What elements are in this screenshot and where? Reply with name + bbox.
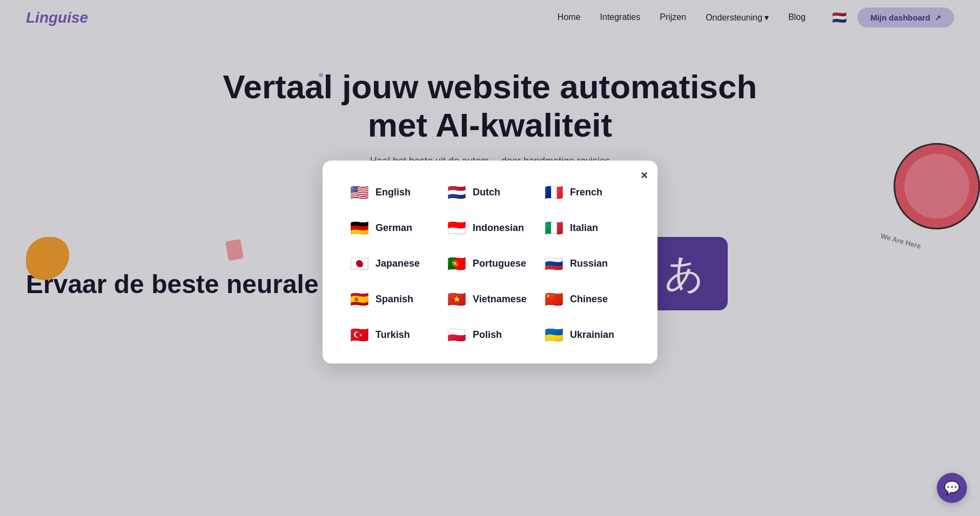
lang-item-indonesian[interactable]: 🇮🇩 Indonesian [444, 216, 536, 240]
flag-polish: 🇵🇱 [447, 325, 466, 344]
lang-item-japanese[interactable]: 🇯🇵 Japanese [346, 252, 439, 275]
lang-item-german[interactable]: 🇩🇪 German [346, 216, 439, 240]
lang-item-polish[interactable]: 🇵🇱 Polish [444, 323, 536, 347]
language-grid: 🇺🇸 English 🇳🇱 Dutch 🇫🇷 French 🇩🇪 German … [346, 180, 634, 347]
lang-item-french[interactable]: 🇫🇷 French [541, 180, 634, 204]
lang-item-russian[interactable]: 🇷🇺 Russian [541, 252, 634, 275]
language-modal: × 🇺🇸 English 🇳🇱 Dutch 🇫🇷 French 🇩🇪 Germa… [323, 161, 657, 363]
flag-italian: 🇮🇹 [544, 218, 563, 237]
flag-english: 🇺🇸 [350, 182, 369, 202]
flag-vietnamese: 🇻🇳 [447, 289, 466, 309]
flag-turkish: 🇹🇷 [350, 325, 369, 344]
flag-portuguese: 🇵🇹 [447, 254, 466, 273]
lang-item-ukrainian[interactable]: 🇺🇦 Ukrainian [541, 323, 634, 347]
lang-item-italian[interactable]: 🇮🇹 Italian [541, 216, 634, 240]
flag-ukrainian: 🇺🇦 [544, 325, 563, 344]
lang-item-vietnamese[interactable]: 🇻🇳 Vietnamese [444, 287, 536, 311]
flag-french: 🇫🇷 [544, 182, 563, 202]
flag-german: 🇩🇪 [350, 218, 369, 237]
lang-item-portuguese[interactable]: 🇵🇹 Portuguese [444, 252, 536, 275]
flag-japanese: 🇯🇵 [350, 254, 369, 273]
lang-item-dutch[interactable]: 🇳🇱 Dutch [444, 180, 536, 204]
flag-chinese: 🇨🇳 [544, 289, 563, 309]
lang-item-turkish[interactable]: 🇹🇷 Turkish [346, 323, 439, 347]
flag-russian: 🇷🇺 [544, 254, 563, 273]
flag-spanish: 🇪🇸 [350, 289, 369, 309]
lang-item-chinese[interactable]: 🇨🇳 Chinese [541, 287, 634, 311]
close-button[interactable]: × [641, 168, 648, 182]
lang-item-spanish[interactable]: 🇪🇸 Spanish [346, 287, 439, 311]
flag-indonesian: 🇮🇩 [447, 218, 466, 237]
flag-dutch: 🇳🇱 [447, 182, 466, 202]
lang-item-english[interactable]: 🇺🇸 English [346, 180, 439, 204]
